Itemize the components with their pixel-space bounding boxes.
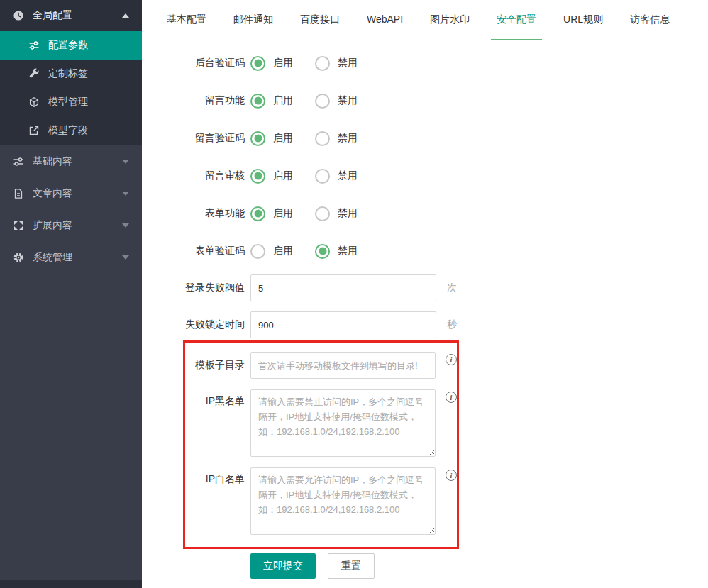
template-subdir-input[interactable]: [250, 352, 436, 379]
unit-label: 次: [447, 282, 457, 294]
form-row-message-captcha: 留言验证码 启用 禁用: [142, 130, 708, 147]
tab-url-rules[interactable]: URL规则: [558, 0, 609, 40]
sidebar-item-label: 定制标签: [48, 67, 88, 80]
submit-button[interactable]: 立即提交: [250, 553, 316, 579]
radio-disable[interactable]: 禁用: [315, 206, 358, 221]
radio-unchecked-icon[interactable]: [315, 131, 330, 146]
sidebar-item-extend-content[interactable]: 扩展内容: [0, 209, 142, 241]
sliders-icon: [13, 156, 24, 167]
sidebar-item-config-params[interactable]: 配置参数: [0, 31, 142, 60]
field-label: 留言审核: [142, 170, 245, 182]
tab-visitor-info[interactable]: 访客信息: [624, 0, 675, 40]
ip-whitelist-textarea[interactable]: [250, 467, 436, 535]
radio-label: 禁用: [338, 170, 358, 182]
info-icon[interactable]: i: [446, 354, 457, 365]
form-row-fail-lock-time: 失败锁定时间 秒: [142, 311, 708, 338]
chevron-down-icon: [122, 223, 129, 228]
radio-checked-icon[interactable]: [250, 94, 265, 109]
field-label: 留言验证码: [142, 132, 245, 145]
tab-basic-config[interactable]: 基本配置: [161, 0, 212, 40]
radio-disable[interactable]: 禁用: [315, 131, 358, 146]
tab-image-watermark[interactable]: 图片水印: [424, 0, 475, 40]
sidebar-item-custom-tags[interactable]: 定制标签: [0, 60, 142, 88]
form-row-ip-whitelist: IP白名单 i: [185, 467, 457, 535]
radio-label: 禁用: [338, 207, 358, 220]
info-icon[interactable]: i: [446, 470, 457, 481]
sidebar-item-label: 模型管理: [48, 96, 88, 109]
chevron-down-icon: [122, 192, 129, 196]
sidebar-item-system-manage[interactable]: 系统管理: [0, 241, 142, 273]
tab-mail-notify[interactable]: 邮件通知: [228, 0, 279, 40]
sidebar-item-label: 扩展内容: [33, 219, 114, 232]
main-content: 基本配置 邮件通知 百度接口 WebAPI 图片水印 安全配置 URL规则 访客…: [142, 0, 708, 588]
radio-checked-icon[interactable]: [250, 206, 265, 221]
radio-checked-icon[interactable]: [250, 169, 265, 184]
radio-checked-icon[interactable]: [315, 244, 330, 259]
field-label: 表单验证码: [142, 245, 245, 257]
chevron-up-icon: [122, 13, 129, 18]
sidebar-item-model-manage[interactable]: 模型管理: [0, 88, 142, 116]
fail-lock-time-input[interactable]: [250, 311, 436, 338]
radio-enable[interactable]: 启用: [250, 131, 293, 146]
form-row-form-captcha: 表单验证码 启用 禁用: [142, 243, 708, 260]
sidebar-item-label: 配置参数: [48, 39, 88, 52]
radio-unchecked-icon[interactable]: [250, 244, 265, 259]
form-row-message-audit: 留言审核 启用 禁用: [142, 167, 708, 184]
radio-unchecked-icon[interactable]: [315, 94, 330, 109]
form-row-admin-captcha: 后台验证码 启用 禁用: [142, 55, 708, 72]
security-config-form: 后台验证码 启用 禁用 留言功能 启用 禁用 留言验证码: [142, 40, 708, 579]
sidebar: 全局配置 配置参数 定制标签 模型管理 模型字段: [0, 0, 142, 588]
form-row-login-fail-threshold: 登录失败阀值 次: [142, 274, 708, 301]
sidebar-item-article-content[interactable]: 文章内容: [0, 177, 142, 209]
radio-label: 禁用: [338, 57, 358, 70]
field-label: 表单功能: [142, 207, 245, 220]
radio-enable[interactable]: 启用: [250, 244, 293, 259]
radio-label: 启用: [273, 245, 293, 257]
radio-unchecked-icon[interactable]: [315, 206, 330, 221]
form-row-ip-blacklist: IP黑名单 i: [185, 389, 457, 457]
field-label: 登录失败阀值: [142, 282, 245, 294]
ip-blacklist-textarea[interactable]: [250, 389, 436, 457]
radio-unchecked-icon[interactable]: [315, 56, 330, 71]
radio-checked-icon[interactable]: [250, 131, 265, 146]
radio-label: 启用: [273, 170, 293, 182]
expand-icon: [13, 220, 24, 231]
sidebar-item-label: 基础内容: [33, 155, 114, 168]
form-row-template-subdir: 模板子目录 i: [185, 352, 457, 379]
sliders-icon: [28, 40, 40, 51]
sidebar-item-basic-content[interactable]: 基础内容: [0, 145, 142, 177]
radio-checked-icon[interactable]: [250, 56, 265, 71]
highlight-red-box: 模板子目录 i IP黑名单 i IP白名单 i: [183, 340, 459, 549]
field-label: IP白名单: [185, 467, 245, 486]
radio-disable[interactable]: 禁用: [315, 169, 358, 184]
login-fail-threshold-input[interactable]: [250, 274, 436, 301]
sidebar-footer-strip: [0, 580, 142, 588]
tab-bar: 基本配置 邮件通知 百度接口 WebAPI 图片水印 安全配置 URL规则 访客…: [142, 0, 708, 40]
radio-unchecked-icon[interactable]: [315, 169, 330, 184]
radio-enable[interactable]: 启用: [250, 169, 293, 184]
radio-label: 启用: [273, 57, 293, 70]
info-icon[interactable]: i: [446, 392, 457, 403]
file-icon: [13, 188, 24, 199]
external-link-icon: [28, 125, 40, 136]
sidebar-item-global-config[interactable]: 全局配置: [0, 0, 142, 31]
radio-disable[interactable]: 禁用: [315, 94, 358, 109]
globe-icon: [13, 10, 24, 21]
chevron-down-icon: [122, 160, 129, 164]
reset-button[interactable]: 重置: [328, 553, 375, 579]
radio-enable[interactable]: 启用: [250, 94, 293, 109]
field-label: IP黑名单: [185, 389, 245, 408]
sidebar-item-label: 模型字段: [48, 124, 88, 137]
radio-enable[interactable]: 启用: [250, 206, 293, 221]
tab-baidu-api[interactable]: 百度接口: [294, 0, 345, 40]
sidebar-item-model-fields[interactable]: 模型字段: [0, 116, 142, 145]
gear-icon: [13, 252, 24, 263]
radio-disable[interactable]: 禁用: [315, 244, 358, 259]
tab-webapi[interactable]: WebAPI: [361, 0, 409, 40]
radio-label: 启用: [273, 94, 293, 107]
radio-enable[interactable]: 启用: [250, 56, 293, 71]
radio-label: 禁用: [338, 245, 358, 257]
tab-security-config[interactable]: 安全配置: [491, 0, 542, 40]
radio-disable[interactable]: 禁用: [315, 56, 358, 71]
unit-label: 秒: [447, 318, 457, 331]
